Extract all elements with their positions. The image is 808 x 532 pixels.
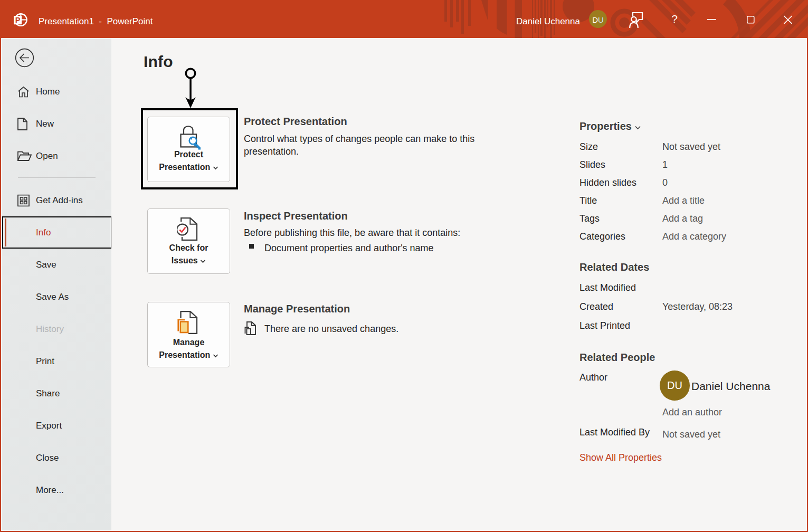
svg-text:P: P bbox=[15, 16, 21, 24]
